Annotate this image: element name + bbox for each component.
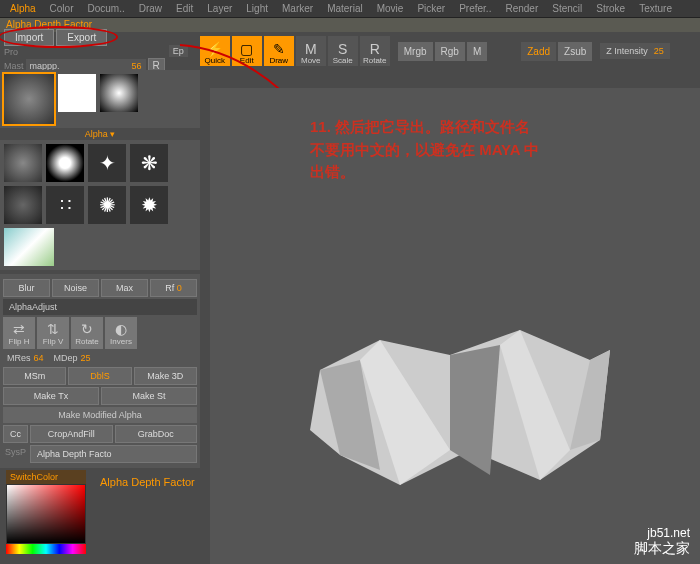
msm-button[interactable]: MSm bbox=[3, 367, 66, 385]
grabdoc-button[interactable]: GrabDoc bbox=[115, 425, 198, 443]
alpha-swatch[interactable] bbox=[4, 74, 54, 124]
brush-swatch[interactable]: ✺ bbox=[88, 186, 126, 224]
menu-color[interactable]: Color bbox=[44, 1, 80, 16]
brush-swatch[interactable]: ✹ bbox=[130, 186, 168, 224]
alpha-panel: Alpha ▾ ✦ ❋ ∷ ✺ ✹ BlurNoiseMaxRf 0 Alpha… bbox=[0, 70, 200, 468]
make3d-button[interactable]: Make 3D bbox=[134, 367, 197, 385]
zadd-button[interactable]: Zadd bbox=[521, 42, 556, 61]
scale-tool[interactable]: SScale bbox=[328, 36, 358, 66]
menu-bar: AlphaColorDocum..DrawEditLayerLightMarke… bbox=[0, 0, 700, 18]
syspal-label: SysP bbox=[3, 445, 28, 463]
noise-button[interactable]: Noise bbox=[52, 279, 99, 297]
import-button[interactable]: Import bbox=[4, 29, 54, 46]
watermark: jb51.net 脚本之家 bbox=[634, 526, 690, 558]
rgb-button[interactable]: Rgb bbox=[435, 42, 465, 61]
alpha-swatch[interactable] bbox=[58, 74, 96, 112]
menu-picker[interactable]: Picker bbox=[411, 1, 451, 16]
menu-layer[interactable]: Layer bbox=[201, 1, 238, 16]
brush-swatch[interactable] bbox=[46, 144, 84, 182]
alpha-adjust-label: AlphaAdjust bbox=[3, 299, 197, 315]
export-button[interactable]: Export bbox=[56, 29, 107, 46]
menu-edit[interactable]: Edit bbox=[170, 1, 199, 16]
texture-swatch[interactable] bbox=[4, 228, 54, 266]
menu-material[interactable]: Material bbox=[321, 1, 369, 16]
alpha-label: Alpha ▾ bbox=[0, 128, 200, 140]
rotate-tool[interactable]: RRotate bbox=[360, 36, 390, 66]
quick-tool[interactable]: ⚡Quick bbox=[200, 36, 230, 66]
mrgb-button[interactable]: Mrgb bbox=[398, 42, 433, 61]
cropandfill-button[interactable]: CropAndFill bbox=[30, 425, 113, 443]
rf-slider[interactable]: Rf 0 bbox=[150, 279, 197, 297]
alpha-swatch[interactable] bbox=[100, 74, 138, 112]
color-field[interactable] bbox=[6, 484, 86, 544]
status-hint: Alpha Depth Factor bbox=[100, 476, 195, 488]
cc-button[interactable]: Cc bbox=[3, 425, 28, 443]
brush-swatch[interactable] bbox=[4, 186, 42, 224]
draw-tool[interactable]: ✎Draw bbox=[264, 36, 294, 66]
brush-swatch[interactable]: ✦ bbox=[88, 144, 126, 182]
switch-color-button[interactable]: SwitchColor bbox=[6, 470, 86, 484]
flip-h-button[interactable]: ⇄Flip H bbox=[3, 317, 35, 349]
menu-light[interactable]: Light bbox=[240, 1, 274, 16]
menu-texture[interactable]: Texture bbox=[633, 1, 678, 16]
mres-slider[interactable]: MRes64 bbox=[3, 351, 48, 365]
ep-button[interactable]: Ep bbox=[169, 45, 188, 57]
invers-button[interactable]: ◐Invers bbox=[105, 317, 137, 349]
menu-draw[interactable]: Draw bbox=[133, 1, 168, 16]
rotate-button[interactable]: ↻Rotate bbox=[71, 317, 103, 349]
make-modified-alpha-button[interactable]: Make Modified Alpha bbox=[3, 407, 197, 423]
brush-swatch[interactable]: ∷ bbox=[46, 186, 84, 224]
color-picker[interactable]: SwitchColor bbox=[6, 470, 86, 554]
maketx-button[interactable]: Make Tx bbox=[3, 387, 99, 405]
brush-swatch[interactable]: ❋ bbox=[130, 144, 168, 182]
adf-slider[interactable]: Alpha Depth Facto bbox=[30, 445, 197, 463]
flip-v-button[interactable]: ⇅Flip V bbox=[37, 317, 69, 349]
menu-stencil[interactable]: Stencil bbox=[546, 1, 588, 16]
menu-marker[interactable]: Marker bbox=[276, 1, 319, 16]
mast-label: Mast bbox=[4, 61, 24, 71]
makest-button[interactable]: Make St bbox=[101, 387, 197, 405]
top-toolbar: Import Export Pro Mast mappp.56 R Ep ⚡Qu… bbox=[0, 32, 700, 70]
proj-label: Pro bbox=[4, 47, 18, 57]
menu-stroke[interactable]: Stroke bbox=[590, 1, 631, 16]
hue-slider[interactable] bbox=[6, 544, 86, 554]
z-intensity-slider[interactable]: Z Intensity25 bbox=[600, 43, 670, 59]
mesh-preview bbox=[290, 310, 630, 510]
dbls-button[interactable]: DblS bbox=[68, 367, 131, 385]
menu-prefer..[interactable]: Prefer.. bbox=[453, 1, 497, 16]
mdep-slider[interactable]: MDep25 bbox=[50, 351, 95, 365]
menu-movie[interactable]: Movie bbox=[371, 1, 410, 16]
annotation-text: 11. 然后把它导出。路径和文件名不要用中文的，以避免在 MAYA 中出错。 bbox=[310, 116, 539, 184]
menu-render[interactable]: Render bbox=[499, 1, 544, 16]
menu-docum..[interactable]: Docum.. bbox=[81, 1, 130, 16]
edit-tool[interactable]: ▢Edit bbox=[232, 36, 262, 66]
blur-button[interactable]: Blur bbox=[3, 279, 50, 297]
zsub-button[interactable]: Zsub bbox=[558, 42, 592, 61]
tool-swatch[interactable] bbox=[4, 144, 42, 182]
move-tool[interactable]: MMove bbox=[296, 36, 326, 66]
m-button[interactable]: M bbox=[467, 42, 487, 61]
menu-alpha[interactable]: Alpha bbox=[4, 1, 42, 16]
max-button[interactable]: Max bbox=[101, 279, 148, 297]
